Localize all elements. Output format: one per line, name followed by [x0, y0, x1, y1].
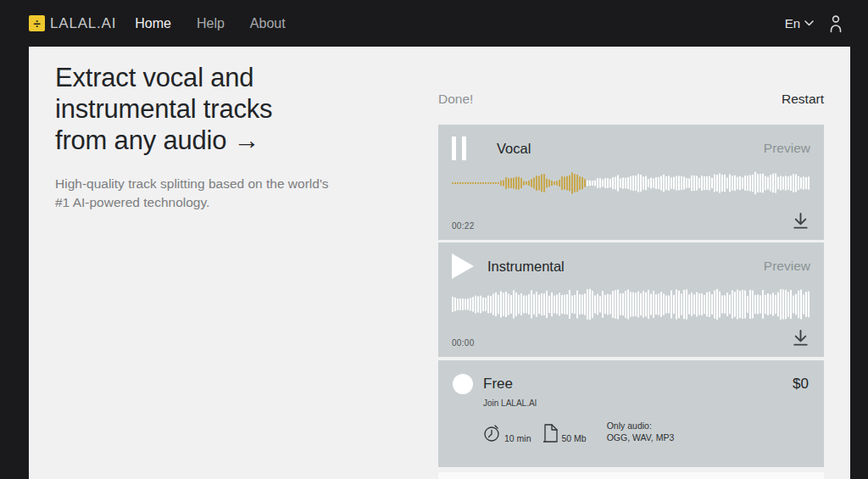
status-text: Done!	[438, 92, 473, 107]
preview-button[interactable]: Preview	[764, 141, 810, 156]
track-name: Instrumental	[487, 259, 565, 275]
chevron-down-icon	[804, 20, 814, 26]
limit-size: 50 Mb	[543, 423, 587, 443]
download-button[interactable]	[791, 328, 810, 348]
clock-icon	[483, 423, 501, 443]
limit-size-label: 50 Mb	[562, 433, 587, 443]
plan-header: Free $0	[453, 374, 809, 394]
nav-item-help[interactable]: Help	[197, 16, 225, 31]
download-button[interactable]	[791, 211, 810, 231]
format-note: Only audio: OGG, WAV, MP3	[607, 420, 675, 443]
track-header: Vocal Preview	[452, 136, 810, 161]
pause-icon	[452, 136, 466, 160]
restart-button[interactable]: Restart	[782, 92, 824, 107]
preview-button[interactable]: Preview	[764, 259, 810, 274]
lalal-logo-icon[interactable]: ÷	[29, 15, 45, 31]
download-icon	[791, 328, 810, 348]
limit-duration: 10 min	[483, 423, 531, 443]
language-selector[interactable]: En	[785, 16, 814, 31]
limit-duration-label: 10 min	[504, 433, 531, 443]
track-card-vocal: Vocal Preview 00:22	[438, 125, 824, 240]
nav-right-group: En	[785, 14, 844, 33]
top-navbar: ÷ LALAL.AI Home Help About En	[0, 0, 868, 47]
main-nav: Home Help About	[135, 16, 285, 31]
pause-button[interactable]	[452, 136, 477, 161]
format-note-line2: OGG, WAV, MP3	[607, 432, 675, 443]
title-line-1: Extract vocal and	[55, 63, 253, 92]
playback-time: 00:00	[452, 338, 475, 348]
language-label: En	[785, 16, 800, 31]
plan-price: $0	[793, 376, 809, 393]
brand-name[interactable]: LALAL.AI	[50, 15, 116, 32]
plan-join-note: Join LALAL.AI	[483, 398, 809, 408]
track-footer: 00:00	[452, 328, 810, 348]
processing-column: Done! Restart Vocal Preview 00:22	[438, 91, 824, 479]
waveform-vocal[interactable]	[452, 168, 810, 198]
account-icon[interactable]	[827, 14, 844, 33]
hero-section: Extract vocal and instrumental tracks fr…	[55, 62, 420, 212]
nav-item-about[interactable]: About	[250, 16, 286, 31]
track-header: Instrumental Preview	[452, 253, 810, 279]
track-name: Vocal	[497, 141, 531, 157]
nav-item-home[interactable]: Home	[135, 16, 171, 31]
download-icon	[791, 211, 810, 231]
hero-subtitle: High-quality track splitting based on th…	[55, 175, 335, 212]
page-title: Extract vocal and instrumental tracks fr…	[55, 62, 420, 156]
plan-limits: 10 min 50 Mb Only audio: OGG, WAV, MP3	[483, 420, 809, 443]
title-line-2: instrumental tracks	[55, 94, 272, 124]
plan-name: Free	[483, 376, 513, 393]
main-panel: Extract vocal and instrumental tracks fr…	[29, 47, 850, 479]
next-plan-card[interactable]	[438, 472, 824, 479]
plan-radio[interactable]	[453, 374, 473, 394]
plan-card-free: Free $0 Join LALAL.AI 10 min	[438, 360, 824, 467]
file-icon	[543, 423, 559, 443]
playback-time: 00:22	[452, 221, 475, 231]
play-icon	[452, 253, 474, 279]
format-note-line1: Only audio:	[607, 421, 652, 431]
status-row: Done! Restart	[438, 91, 824, 108]
track-card-instrumental: Instrumental Preview 00:00	[438, 242, 824, 357]
waveform-instrumental[interactable]	[452, 286, 810, 323]
title-line-3: from any audio →	[55, 125, 259, 155]
track-footer: 00:22	[452, 211, 810, 231]
play-button[interactable]	[452, 253, 477, 279]
